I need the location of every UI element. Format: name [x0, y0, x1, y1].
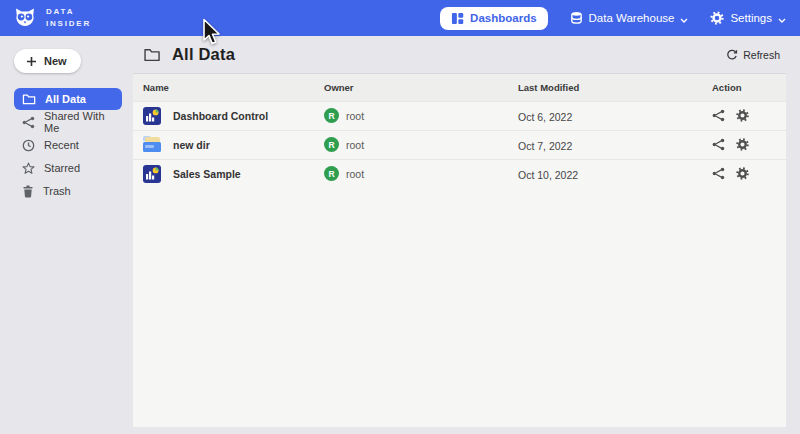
navbar-menu-group: Dashboards Data Warehouse — [440, 7, 786, 30]
clock-icon — [22, 139, 35, 152]
dashboards-label: Dashboards — [470, 12, 536, 24]
column-header-name: Name — [133, 74, 324, 101]
mouse-cursor-icon — [201, 18, 223, 52]
refresh-button[interactable]: Refresh — [726, 49, 780, 61]
sidebar-nav: All Data Shared With Me Recent — [14, 88, 122, 202]
logo-line2: INSIDER — [46, 19, 91, 28]
logo-line1: DATA — [46, 7, 74, 16]
main-header: All Data Refresh — [133, 36, 786, 74]
file-name[interactable]: Sales Sample — [173, 168, 241, 180]
content-layout: New All Data Shared With Me — [0, 36, 800, 434]
dashboards-button[interactable]: Dashboards — [440, 7, 547, 30]
settings-label: Settings — [730, 12, 772, 24]
refresh-icon — [726, 49, 738, 61]
owner-avatar: R — [324, 108, 339, 123]
folder-icon — [22, 93, 36, 105]
app-logo[interactable]: DATA INSIDER — [12, 6, 91, 30]
file-list-panel: Name Owner Last Modified Action — [133, 74, 786, 427]
dashboard-grid-icon — [451, 12, 464, 25]
file-name[interactable]: Dashboard Control — [173, 110, 268, 122]
file-name[interactable]: new dir — [173, 139, 210, 151]
chevron-down-icon — [778, 13, 786, 25]
sidebar-item-recent[interactable]: Recent — [14, 134, 122, 156]
owner-avatar: R — [324, 137, 339, 152]
main-area: All Data Refresh Name Owner Las — [133, 36, 786, 434]
column-header-action: Action — [708, 74, 786, 101]
app-root: { "colors": { "navbar_blue": "#4165e8", … — [0, 0, 800, 434]
database-icon — [570, 11, 583, 25]
star-icon — [22, 162, 35, 175]
plus-icon — [26, 56, 37, 67]
sidebar-item-shared-with-me[interactable]: Shared With Me — [14, 111, 122, 133]
gear-icon — [710, 11, 724, 25]
new-button[interactable]: New — [14, 49, 81, 73]
last-modified: Oct 7, 2022 — [518, 140, 572, 152]
share-icon[interactable] — [712, 109, 725, 122]
last-modified: Oct 10, 2022 — [518, 169, 578, 181]
settings-menu[interactable]: Settings — [710, 11, 786, 25]
sidebar-item-label: Starred — [44, 162, 80, 174]
gear-icon[interactable] — [736, 138, 749, 151]
owner-name: root — [346, 110, 364, 122]
top-navbar: DATA INSIDER Dashboards — [0, 0, 800, 36]
chevron-down-icon — [680, 13, 688, 25]
data-warehouse-label: Data Warehouse — [589, 12, 675, 24]
column-header-owner: Owner — [324, 74, 518, 101]
table-row[interactable]: new dir R root Oct 7, 2022 — [133, 130, 786, 159]
table-header-row: Name Owner Last Modified Action — [133, 74, 786, 101]
folder-icon — [143, 47, 161, 62]
sidebar-item-all-data[interactable]: All Data — [14, 88, 122, 110]
new-button-label: New — [44, 55, 67, 67]
share-icon[interactable] — [712, 138, 725, 151]
refresh-label: Refresh — [743, 49, 780, 61]
gear-icon[interactable] — [736, 167, 749, 180]
dashboard-file-icon — [143, 107, 161, 125]
sidebar-item-trash[interactable]: Trash — [14, 180, 122, 202]
last-modified: Oct 6, 2022 — [518, 111, 572, 123]
table-row[interactable]: Dashboard Control R root Oct 6, 2022 — [133, 101, 786, 130]
dashboard-file-icon — [143, 165, 161, 183]
owner-name: root — [346, 168, 364, 180]
gear-icon[interactable] — [736, 109, 749, 122]
logo-text: DATA INSIDER — [46, 6, 91, 29]
table-row[interactable]: Sales Sample R root Oct 10, 2022 — [133, 159, 786, 188]
sidebar-item-label: Recent — [44, 139, 79, 151]
data-warehouse-menu[interactable]: Data Warehouse — [570, 11, 689, 25]
sidebar: New All Data Shared With Me — [0, 36, 133, 434]
sidebar-item-label: All Data — [45, 93, 86, 105]
file-table: Name Owner Last Modified Action — [133, 74, 786, 188]
share-icon[interactable] — [712, 167, 725, 180]
sidebar-item-starred[interactable]: Starred — [14, 157, 122, 179]
column-header-last-modified: Last Modified — [518, 74, 708, 101]
trash-icon — [22, 185, 34, 198]
sidebar-item-label: Trash — [43, 185, 71, 197]
share-icon — [22, 116, 35, 129]
owl-logo-icon — [12, 6, 38, 30]
directory-icon — [143, 136, 161, 154]
sidebar-item-label: Shared With Me — [44, 110, 114, 134]
owner-avatar: R — [324, 166, 339, 181]
owner-name: root — [346, 139, 364, 151]
